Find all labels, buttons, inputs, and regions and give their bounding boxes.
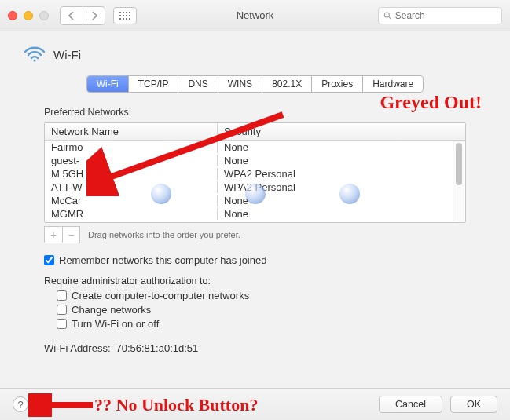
admin-toggle-checkbox[interactable] xyxy=(57,319,67,329)
remember-networks-checkbox[interactable] xyxy=(44,255,54,265)
svg-line-1 xyxy=(389,16,391,19)
search-field-wrap[interactable] xyxy=(378,7,502,24)
preferred-networks-label: Preferred Networks: xyxy=(44,107,466,118)
admin-auth-row[interactable]: Create computer-to-computer networks xyxy=(57,290,466,301)
admin-create-checkbox[interactable] xyxy=(57,290,67,301)
admin-change-checkbox[interactable] xyxy=(57,305,67,315)
column-network-name[interactable]: Network Name xyxy=(45,123,218,140)
table-row: guest-None xyxy=(45,154,465,167)
admin-auth-row[interactable]: Change networks xyxy=(57,304,466,316)
tab-hardware[interactable]: Hardware xyxy=(362,76,423,92)
svg-point-2 xyxy=(33,59,35,61)
pane-header: Wi-Fi xyxy=(17,42,493,75)
scrollbar[interactable] xyxy=(453,141,464,221)
table-row: FairmoNone xyxy=(45,141,465,154)
ok-button[interactable]: OK xyxy=(450,396,497,413)
minimize-window[interactable] xyxy=(24,11,33,20)
titlebar: Network xyxy=(0,0,510,31)
admin-auth-row[interactable]: Turn Wi-Fi on or off xyxy=(57,318,466,330)
tab-proxies[interactable]: Proxies xyxy=(311,76,362,92)
wifi-address-label: Wi-Fi Address: xyxy=(44,342,111,354)
tab-bar: Wi-Fi TCP/IP DNS WINS 802.1X Proxies Har… xyxy=(17,75,493,93)
content-area: Wi-Fi Wi-Fi TCP/IP DNS WINS 802.1X Proxi… xyxy=(0,31,510,388)
tab-dns[interactable]: DNS xyxy=(178,76,217,92)
table-row: M 5GHWPA2 Personal xyxy=(45,167,465,181)
help-button[interactable]: ? xyxy=(13,396,28,412)
wifi-address-row: Wi-Fi Address: 70:56:81:a0:1d:51 xyxy=(44,342,466,354)
tab-tcpip[interactable]: TCP/IP xyxy=(128,76,178,92)
back-button[interactable] xyxy=(61,7,83,24)
add-network-button[interactable]: + xyxy=(45,227,62,243)
add-remove-controls: + − xyxy=(44,226,80,243)
table-row: ATT-WWPA2 Personal xyxy=(45,181,465,194)
forward-button[interactable] xyxy=(83,7,105,24)
cancel-button[interactable]: Cancel xyxy=(379,396,442,413)
nav-back-forward xyxy=(60,6,105,25)
wifi-icon xyxy=(24,46,46,63)
window-controls xyxy=(8,11,49,20)
close-window[interactable] xyxy=(8,11,17,20)
svg-point-0 xyxy=(384,12,389,16)
tab-wins[interactable]: WINS xyxy=(218,76,262,92)
admin-toggle-label: Turn Wi-Fi on or off xyxy=(72,318,159,330)
search-input[interactable] xyxy=(395,10,497,21)
footer-bar: ? Cancel OK xyxy=(0,388,510,420)
drag-hint: Drag networks into the order you prefer. xyxy=(88,230,240,239)
tab-wifi[interactable]: Wi-Fi xyxy=(87,76,128,92)
tab-8021x[interactable]: 802.1X xyxy=(262,76,311,92)
pane-title: Wi-Fi xyxy=(53,48,81,61)
grid-icon xyxy=(119,12,130,20)
admin-change-label: Change networks xyxy=(72,304,151,316)
table-row: MGMRNone xyxy=(45,207,465,221)
scroll-thumb[interactable] xyxy=(456,143,462,185)
wifi-address-value: 70:56:81:a0:1d:51 xyxy=(116,342,198,354)
search-icon xyxy=(383,11,392,20)
admin-auth-label: Require administrator authorization to: xyxy=(44,276,466,287)
remember-networks-row[interactable]: Remember networks this computer has join… xyxy=(44,254,466,266)
remove-network-button[interactable]: − xyxy=(62,227,79,243)
network-list[interactable]: FairmoNone guest-None M 5GHWPA2 Personal… xyxy=(45,141,465,222)
show-all-button[interactable] xyxy=(113,7,137,24)
zoom-window[interactable] xyxy=(39,11,49,20)
remember-networks-label: Remember networks this computer has join… xyxy=(59,254,266,266)
column-security[interactable]: Security xyxy=(218,123,465,140)
admin-create-label: Create computer-to-computer networks xyxy=(72,290,249,301)
table-row: McCarNone xyxy=(45,194,465,207)
preferred-networks-table: Network Name Security FairmoNone guest-N… xyxy=(44,122,466,223)
